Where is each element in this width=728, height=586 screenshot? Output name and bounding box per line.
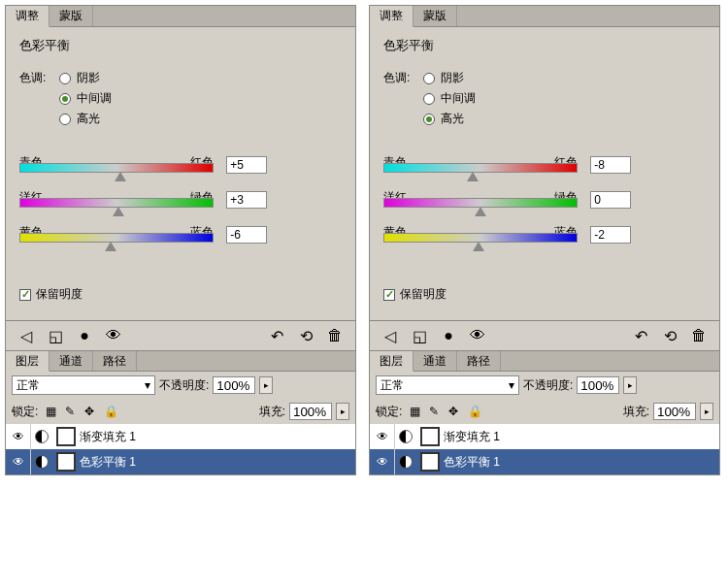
tab-channels[interactable]: 通道 [50,351,93,371]
value-yellow-blue[interactable] [226,226,267,244]
mask-thumb[interactable] [56,452,76,472]
slider-cyan-red[interactable] [383,163,578,173]
layer-name: 渐变填充 1 [444,429,500,445]
tone-label: 色调: [383,70,410,86]
blend-mode-select[interactable]: 正常▾ [376,375,519,395]
lock-position-icon[interactable]: ✥ [448,405,462,418]
trash-icon[interactable]: 🗑 [690,327,708,344]
radio-midtones[interactable]: 中间调 [59,90,112,107]
radio-midtones[interactable]: 中间调 [423,90,476,107]
slider-yellow-blue[interactable] [19,233,214,243]
value-magenta-green[interactable] [590,191,631,209]
slider-magenta-green[interactable] [19,198,214,208]
mask-thumb[interactable] [420,452,440,472]
opacity-label: 不透明度: [159,377,209,394]
slider-yellow-blue[interactable] [383,233,578,243]
fill-flyout[interactable]: ▸ [700,403,713,420]
reset-icon[interactable]: ⟲ [297,327,314,344]
tab-paths[interactable]: 路径 [457,351,501,371]
tab-adjust[interactable]: 调整 [370,6,414,27]
tab-layers[interactable]: 图层 [370,351,414,372]
trash-icon[interactable]: 🗑 [326,327,344,344]
radio-shadows[interactable]: 阴影 [59,70,112,86]
reset-prev-icon[interactable]: ↶ [632,327,649,344]
clip-icon[interactable]: ● [76,327,93,344]
adjustment-icon [399,455,413,469]
lock-label: 锁定: [376,404,402,420]
reset-icon[interactable]: ⟲ [661,327,678,344]
panel-title: 色彩平衡 [6,27,355,54]
value-cyan-red[interactable] [226,156,267,174]
opacity-input[interactable] [577,376,619,394]
radio-shadows[interactable]: 阴影 [423,70,476,86]
opacity-label: 不透明度: [523,377,573,394]
expand-icon[interactable]: ◱ [411,327,428,344]
lock-all-icon[interactable]: 🔒 [468,405,481,418]
chevron-down-icon: ▾ [509,378,514,392]
visibility-toggle[interactable]: 👁 [370,424,395,449]
fill-input[interactable] [653,403,696,420]
lock-label: 锁定: [12,404,38,420]
tab-channels[interactable]: 通道 [414,351,457,371]
opacity-flyout[interactable]: ▸ [259,376,273,394]
layer-row[interactable]: 👁 渐变填充 1 [370,424,719,449]
blend-mode-select[interactable]: 正常▾ [12,375,155,395]
expand-icon[interactable]: ◱ [47,327,64,344]
value-magenta-green[interactable] [226,191,267,209]
panel-toolbar: ◁ ◱ ● 👁 ↶ ⟲ 🗑 [6,321,355,350]
radio-highlights[interactable]: 高光 [59,111,112,127]
layer-name: 色彩平衡 1 [444,454,500,471]
opacity-flyout[interactable]: ▸ [623,376,637,394]
preserve-luminosity[interactable]: ✓保留明度 [370,277,719,320]
value-cyan-red[interactable] [590,156,631,174]
adjustments-panel-left: 调整 蒙版 色彩平衡 色调: 阴影 中间调 高光 青色红色 洋红绿色 黄色蓝色 … [5,5,356,475]
panel-title: 色彩平衡 [370,27,719,54]
tab-mask[interactable]: 蒙版 [50,6,93,26]
eye-icon[interactable]: 👁 [105,327,122,344]
clip-icon[interactable]: ● [440,327,457,344]
radio-highlights[interactable]: 高光 [423,111,476,127]
adjustment-icon [399,430,413,443]
lock-transparency-icon[interactable]: ▦ [46,405,59,418]
tab-mask[interactable]: 蒙版 [414,6,457,26]
chevron-down-icon: ▾ [145,378,150,392]
adjustments-panel-right: 调整 蒙版 色彩平衡 色调: 阴影 中间调 高光 青色红色 洋红绿色 黄色蓝色 … [369,5,720,475]
fill-input[interactable] [289,403,332,420]
tab-layers[interactable]: 图层 [6,351,50,372]
tab-adjust[interactable]: 调整 [6,6,50,27]
mask-thumb[interactable] [420,427,440,446]
tab-paths[interactable]: 路径 [93,351,137,371]
mask-thumb[interactable] [56,427,76,446]
lock-pixels-icon[interactable]: ✎ [65,405,79,418]
eye-icon[interactable]: 👁 [469,327,486,344]
adjustment-icon [35,455,49,469]
value-yellow-blue[interactable] [590,226,631,244]
fill-flyout[interactable]: ▸ [336,403,349,420]
back-icon[interactable]: ◁ [381,327,399,344]
reset-prev-icon[interactable]: ↶ [268,327,285,344]
fill-label: 填充: [259,404,285,420]
panel-tabs: 调整 蒙版 [6,6,355,27]
preserve-luminosity[interactable]: ✓保留明度 [6,277,355,320]
visibility-toggle[interactable]: 👁 [6,449,31,474]
visibility-toggle[interactable]: 👁 [370,449,395,474]
layer-row[interactable]: 👁 色彩平衡 1 [6,449,355,474]
adjustment-icon [35,430,49,443]
layer-row[interactable]: 👁 渐变填充 1 [6,424,355,449]
slider-magenta-green[interactable] [383,198,578,208]
layer-name: 渐变填充 1 [80,429,136,445]
lock-all-icon[interactable]: 🔒 [104,405,117,418]
tone-label: 色调: [19,70,46,86]
opacity-input[interactable] [213,376,255,394]
layer-name: 色彩平衡 1 [80,454,136,471]
slider-cyan-red[interactable] [19,163,214,173]
layer-row[interactable]: 👁 色彩平衡 1 [370,449,719,474]
visibility-toggle[interactable]: 👁 [6,424,31,449]
lock-transparency-icon[interactable]: ▦ [410,405,423,418]
lock-pixels-icon[interactable]: ✎ [429,405,443,418]
fill-label: 填充: [623,404,649,420]
lock-position-icon[interactable]: ✥ [84,405,98,418]
back-icon[interactable]: ◁ [17,327,35,344]
